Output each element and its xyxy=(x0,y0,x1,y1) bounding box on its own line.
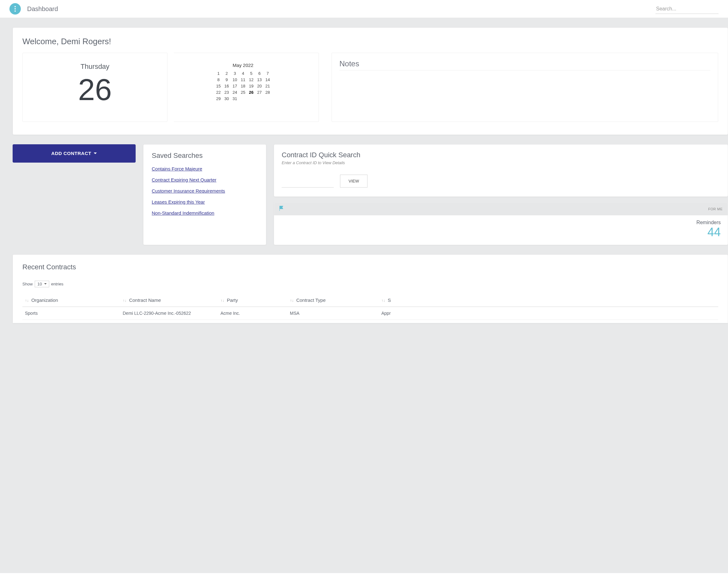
calendar-day[interactable]: 22 xyxy=(215,90,222,95)
table-cell: MSA xyxy=(287,306,379,320)
calendar-day[interactable]: 23 xyxy=(223,90,230,95)
quick-search-card: Contract ID Quick Search Enter a Contrac… xyxy=(274,144,728,197)
sort-icon: ↑↓ xyxy=(290,298,294,303)
calendar-day[interactable]: 12 xyxy=(248,77,255,82)
calendar-day[interactable]: 20 xyxy=(256,84,263,88)
add-contract-label: ADD CONTRACT xyxy=(51,151,91,156)
reminders-card[interactable]: FOR ME Reminders 44 xyxy=(274,202,728,245)
sort-icon: ↑↓ xyxy=(221,298,224,303)
quick-search-subtitle: Enter a Contract ID to View Details xyxy=(282,160,720,165)
calendar-day[interactable]: 10 xyxy=(231,77,238,82)
calendar-day[interactable]: 17 xyxy=(231,84,238,88)
table-row[interactable]: SportsDemi LLC-2290-Acme Inc.-052622Acme… xyxy=(22,306,718,320)
sort-icon: ↑↓ xyxy=(25,298,29,303)
page-size-select[interactable]: 10 xyxy=(35,281,49,287)
contract-id-input[interactable] xyxy=(282,180,334,188)
calendar-day[interactable]: 11 xyxy=(240,77,247,82)
calendar-day[interactable]: 15 xyxy=(215,84,222,88)
calendar-day[interactable]: 5 xyxy=(248,71,255,76)
table-header[interactable]: ↑↓ S xyxy=(379,294,718,307)
calendar-panel: May 2022 1234567891011121314151617181920… xyxy=(174,53,319,122)
calendar-grid: 1234567891011121314151617181920212223242… xyxy=(177,71,309,101)
quick-search-title: Contract ID Quick Search xyxy=(282,151,720,159)
today-panel: Thursday 26 xyxy=(22,53,168,122)
recent-contracts-card: Recent Contracts Show 10 entries ↑↓ Orga… xyxy=(13,254,728,323)
saved-search-link[interactable]: Leases Expiring this Year xyxy=(152,199,258,205)
caret-down-icon xyxy=(94,153,97,154)
table-header[interactable]: ↑↓ Contract Name xyxy=(120,294,218,307)
calendar-day[interactable]: 3 xyxy=(231,71,238,76)
sort-icon: ↑↓ xyxy=(381,298,385,303)
saved-search-link[interactable]: Contains Force Majeure xyxy=(152,166,258,171)
calendar-day[interactable]: 9 xyxy=(223,77,230,82)
table-cell: Sports xyxy=(22,306,120,320)
calendar-day[interactable]: 6 xyxy=(256,71,263,76)
notes-panel: Notes xyxy=(331,53,718,122)
search-input[interactable] xyxy=(655,4,719,14)
calendar-day[interactable]: 16 xyxy=(223,84,230,88)
table-header[interactable]: ↑↓ Party xyxy=(218,294,287,307)
table-cell: Demi LLC-2290-Acme Inc.-052622 xyxy=(120,306,218,320)
calendar-day[interactable]: 13 xyxy=(256,77,263,82)
welcome-greeting: Welcome, Demi Rogers! xyxy=(22,37,718,46)
recent-contracts-title: Recent Contracts xyxy=(22,263,718,271)
sort-icon: ↑↓ xyxy=(123,298,127,303)
page-title: Dashboard xyxy=(27,5,655,13)
more-vertical-icon[interactable] xyxy=(9,3,21,14)
saved-search-link[interactable]: Contract Expiring Next Quarter xyxy=(152,177,258,182)
flag-icon xyxy=(279,206,283,212)
calendar-day[interactable]: 21 xyxy=(264,84,271,88)
table-header[interactable]: ↑↓ Contract Type xyxy=(287,294,379,307)
notes-title: Notes xyxy=(339,59,710,71)
reminders-for-me-label: FOR ME xyxy=(708,207,723,211)
saved-search-link[interactable]: Non-Standard Indemnification xyxy=(152,210,258,216)
calendar-day[interactable]: 25 xyxy=(240,90,247,95)
add-contract-button[interactable]: ADD CONTRACT xyxy=(13,144,136,163)
table-header[interactable]: ↑↓ Organization xyxy=(22,294,120,307)
calendar-day[interactable]: 30 xyxy=(223,96,230,101)
calendar-day[interactable]: 28 xyxy=(264,90,271,95)
calendar-day[interactable]: 29 xyxy=(215,96,222,101)
calendar-day[interactable]: 7 xyxy=(264,71,271,76)
recent-contracts-table: ↑↓ Organization↑↓ Contract Name↑↓ Party↑… xyxy=(22,294,718,320)
calendar-day[interactable]: 31 xyxy=(231,96,238,101)
calendar-day[interactable]: 2 xyxy=(223,71,230,76)
saved-searches-card: Saved Searches Contains Force MajeureCon… xyxy=(143,144,266,245)
calendar-day[interactable]: 4 xyxy=(240,71,247,76)
today-day-name: Thursday xyxy=(26,63,164,71)
calendar-day[interactable]: 18 xyxy=(240,84,247,88)
reminders-count: 44 xyxy=(281,226,721,239)
calendar-day[interactable]: 24 xyxy=(231,90,238,95)
saved-searches-title: Saved Searches xyxy=(152,152,258,160)
calendar-day[interactable]: 19 xyxy=(248,84,255,88)
today-day-number: 26 xyxy=(26,74,164,106)
calendar-day[interactable]: 14 xyxy=(264,77,271,82)
calendar-day[interactable]: 1 xyxy=(215,71,222,76)
show-label: Show xyxy=(22,282,33,286)
entries-label: entries xyxy=(51,282,63,286)
table-cell: Acme Inc. xyxy=(218,306,287,320)
welcome-card: Welcome, Demi Rogers! Thursday 26 May 20… xyxy=(13,28,728,135)
calendar-day[interactable]: 8 xyxy=(215,77,222,82)
saved-search-link[interactable]: Customer Insurance Requirements xyxy=(152,188,258,194)
saved-searches-list: Contains Force MajeureContract Expiring … xyxy=(152,166,258,216)
table-cell: Appr xyxy=(379,306,718,320)
reminders-label: Reminders xyxy=(281,220,721,226)
view-button[interactable]: VIEW xyxy=(340,175,367,188)
calendar-day[interactable]: 26 xyxy=(248,90,255,95)
calendar-month-label: May 2022 xyxy=(177,63,309,68)
calendar-day[interactable]: 27 xyxy=(256,90,263,95)
